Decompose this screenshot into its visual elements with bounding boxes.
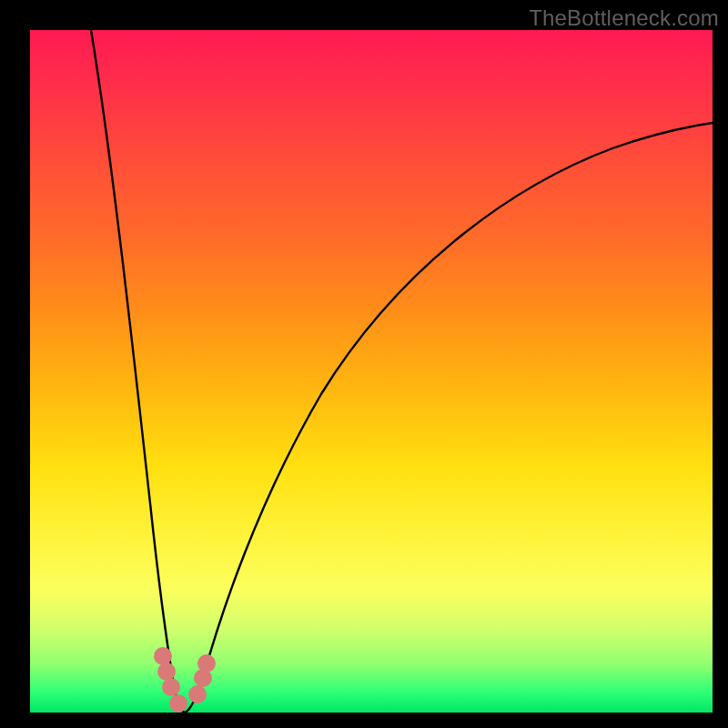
watermark-text: TheBottleneck.com: [529, 5, 719, 31]
marker-dot: [154, 647, 172, 665]
marker-dot: [197, 654, 216, 672]
marker-dot: [169, 694, 187, 713]
marker-dot: [162, 678, 180, 696]
right-curve: [185, 123, 713, 713]
marker-dot: [188, 685, 207, 703]
left-curve: [91, 30, 185, 713]
marker-group: [154, 647, 216, 713]
chart-svg: [30, 30, 713, 713]
marker-dot: [157, 662, 176, 681]
chart-frame: TheBottleneck.com: [0, 0, 728, 728]
